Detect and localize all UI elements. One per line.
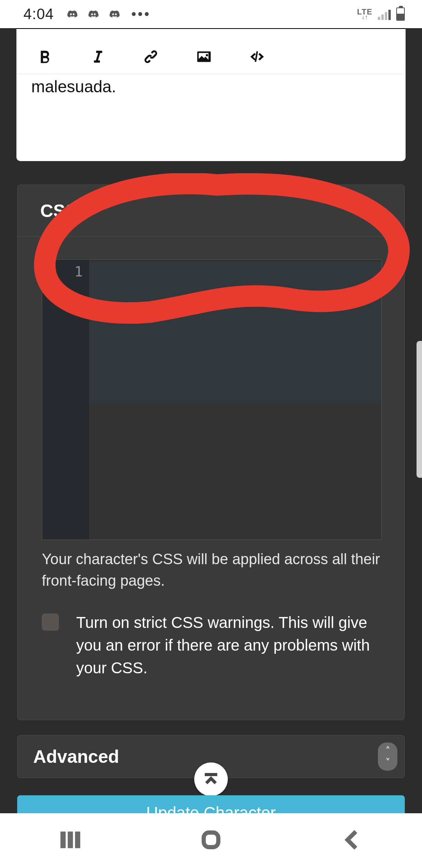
scroll-to-top-button[interactable]	[194, 762, 228, 796]
css-panel-title: CSS	[18, 185, 404, 237]
css-code-editor[interactable]: 1	[42, 259, 382, 540]
nav-back-button[interactable]	[339, 827, 364, 854]
nav-home-button[interactable]	[198, 827, 224, 854]
statusbar-right: LTE ↓↑	[357, 7, 405, 21]
advanced-label: Advanced	[33, 746, 119, 767]
update-character-label: Update Character	[146, 803, 276, 813]
strict-warnings-checkbox[interactable]	[42, 613, 59, 631]
link-button[interactable]	[140, 46, 162, 68]
battery-icon	[396, 7, 405, 21]
bold-button[interactable]	[34, 46, 55, 68]
nav-recents-button[interactable]	[58, 827, 83, 854]
signal-icon	[378, 8, 391, 20]
strict-warnings-label: Turn on strict CSS warnings. This will g…	[76, 611, 382, 679]
code-gutter: 1	[42, 260, 89, 540]
code-line-input[interactable]	[89, 262, 381, 403]
network-indicator: LTE ↓↑	[357, 9, 372, 20]
discord-icon	[87, 9, 100, 20]
update-character-button[interactable]: Update Character	[17, 795, 405, 813]
status-time: 4:04	[23, 6, 54, 23]
description-text: malesuada.	[31, 77, 116, 96]
code-empty-area[interactable]	[89, 403, 381, 540]
discord-icon	[108, 9, 121, 20]
expand-collapse-icon: ˄˅	[378, 742, 397, 771]
italic-button[interactable]	[87, 46, 109, 68]
code-button[interactable]	[246, 46, 268, 68]
app-viewport: malesuada. CSS 1 Your character's CSS wi…	[0, 28, 422, 813]
data-arrows-icon: ↓↑	[361, 15, 368, 20]
description-editor-card: malesuada.	[16, 28, 406, 161]
svg-rect-0	[204, 832, 218, 847]
statusbar-left: 4:04 •••	[23, 6, 151, 23]
statusbar: 4:04 ••• LTE ↓↑	[0, 0, 422, 28]
discord-icon	[66, 9, 79, 20]
line-number: 1	[42, 264, 83, 280]
scroll-indicator[interactable]	[417, 341, 422, 478]
description-textarea[interactable]: malesuada.	[28, 75, 394, 153]
css-panel: CSS 1 Your character's CSS will be appli…	[17, 185, 405, 720]
more-notifications-icon: •••	[131, 6, 151, 22]
image-button[interactable]	[193, 46, 215, 68]
editor-toolbar	[16, 39, 406, 74]
strict-warnings-row: Turn on strict CSS warnings. This will g…	[42, 611, 382, 679]
css-help-text: Your character's CSS will be applied acr…	[42, 549, 382, 592]
android-navbar	[0, 813, 422, 868]
